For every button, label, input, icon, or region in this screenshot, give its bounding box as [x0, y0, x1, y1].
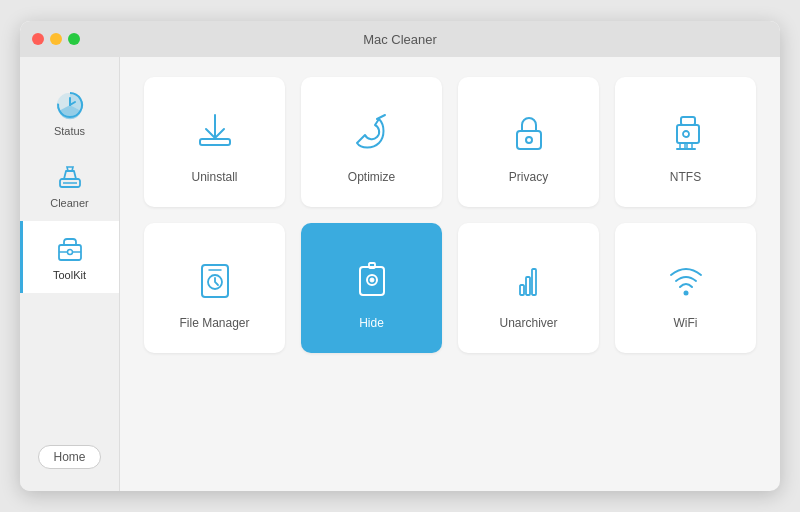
- toolkit-icon: [54, 233, 86, 265]
- card-ntfs[interactable]: NTFS: [615, 77, 756, 207]
- svg-rect-8: [517, 131, 541, 149]
- cleaner-icon: [54, 161, 86, 193]
- sidebar: Status Cleaner: [20, 57, 120, 491]
- content-area: Uninstall Optimize: [120, 57, 780, 491]
- close-button[interactable]: [32, 33, 44, 45]
- card-unarchiver[interactable]: Unarchiver: [458, 223, 599, 353]
- svg-line-7: [377, 115, 385, 119]
- svg-point-9: [526, 137, 532, 143]
- sidebar-item-cleaner[interactable]: Cleaner: [20, 149, 119, 221]
- sidebar-item-toolkit[interactable]: ToolKit: [20, 221, 119, 293]
- uninstall-label: Uninstall: [191, 170, 237, 184]
- wifi-icon: [660, 252, 712, 304]
- sidebar-item-status[interactable]: Status: [20, 77, 119, 149]
- unarchiver-icon: [503, 252, 555, 304]
- card-hide[interactable]: Hide: [301, 223, 442, 353]
- sidebar-bottom: Home: [20, 433, 119, 481]
- unarchiver-label: Unarchiver: [499, 316, 557, 330]
- card-privacy[interactable]: Privacy: [458, 77, 599, 207]
- sidebar-status-label: Status: [54, 125, 85, 137]
- maximize-button[interactable]: [68, 33, 80, 45]
- sidebar-cleaner-label: Cleaner: [50, 197, 89, 209]
- privacy-label: Privacy: [509, 170, 548, 184]
- status-icon: [54, 89, 86, 121]
- svg-point-21: [370, 278, 374, 282]
- sidebar-toolkit-label: ToolKit: [53, 269, 86, 281]
- wifi-label: WiFi: [674, 316, 698, 330]
- svg-rect-22: [369, 263, 375, 268]
- window-title: Mac Cleaner: [363, 32, 437, 47]
- card-uninstall[interactable]: Uninstall: [144, 77, 285, 207]
- file-manager-icon: [189, 252, 241, 304]
- svg-rect-24: [526, 277, 530, 295]
- hide-label: Hide: [359, 316, 384, 330]
- svg-rect-5: [200, 139, 230, 145]
- svg-rect-23: [520, 285, 524, 295]
- file-manager-label: File Manager: [179, 316, 249, 330]
- svg-point-26: [683, 291, 688, 296]
- privacy-icon: [503, 106, 555, 158]
- ntfs-icon: [660, 106, 712, 158]
- hide-icon: [346, 252, 398, 304]
- svg-point-4: [67, 250, 72, 255]
- card-wifi[interactable]: WiFi: [615, 223, 756, 353]
- card-file-manager[interactable]: File Manager: [144, 223, 285, 353]
- ntfs-label: NTFS: [670, 170, 701, 184]
- uninstall-icon: [189, 106, 241, 158]
- optimize-icon: [346, 106, 398, 158]
- toolkit-grid: Uninstall Optimize: [144, 77, 756, 353]
- traffic-lights: [32, 33, 80, 45]
- card-optimize[interactable]: Optimize: [301, 77, 442, 207]
- optimize-label: Optimize: [348, 170, 395, 184]
- main-content: Status Cleaner: [20, 57, 780, 491]
- minimize-button[interactable]: [50, 33, 62, 45]
- titlebar: Mac Cleaner: [20, 21, 780, 57]
- svg-point-15: [683, 131, 689, 137]
- svg-rect-25: [532, 269, 536, 295]
- main-window: Mac Cleaner Status: [20, 21, 780, 491]
- svg-rect-11: [677, 125, 699, 143]
- svg-rect-10: [681, 117, 695, 125]
- home-button[interactable]: Home: [38, 445, 100, 469]
